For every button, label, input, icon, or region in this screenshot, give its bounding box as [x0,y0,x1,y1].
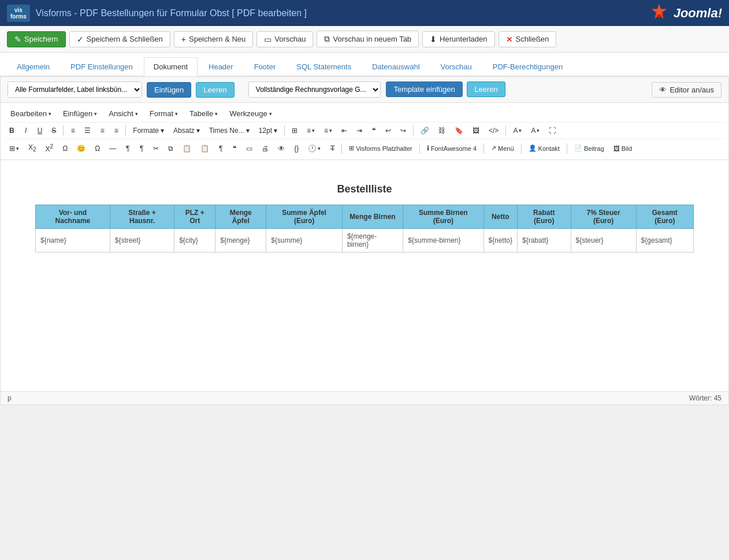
menu-insert2-button[interactable]: ↗ Menü [487,142,518,154]
editor-area[interactable]: Bestellliste Vor- und Nachname Straße + … [1,160,728,391]
paragraph-dropdown[interactable]: Absatz ▾ [169,124,204,137]
tab-dokument[interactable]: Dokument [144,57,198,76]
article-button[interactable]: 📄 Beitrag [570,142,608,154]
menu-edit[interactable]: Bearbeiten ▾ [5,107,57,120]
tab-datenauswahl[interactable]: Datenauswahl [362,57,429,76]
fontsize-dropdown[interactable]: 12pt ▾ [255,124,281,137]
remove-format-button[interactable]: T̶ [326,142,339,155]
paragraph-arrow: ▾ [196,127,200,135]
visforms-placeholder-button[interactable]: ⊞ Visforms Platzhalter [345,142,416,154]
editor-format-bar: B I U S ≡ ☰ ≡ ≡ Formate ▾ Absatz ▾ [5,122,724,139]
app-icon: vis forms [7,5,30,22]
blockquote2-button[interactable]: ❝ [228,142,241,155]
text-color-button[interactable]: A ▾ [509,124,526,137]
image-insert-button[interactable]: 🖼 Bild [609,143,636,154]
tab-footer[interactable]: Footer [244,57,286,76]
col-gesamt: Gesamt (Euro) [636,205,693,229]
editor-toolbar: Bearbeiten ▾ Einfügen ▾ Ansicht ▾ Format… [1,103,728,160]
word-count: Wörter: 45 [689,394,721,402]
template-button[interactable]: {} [290,142,303,155]
bookmark-button[interactable]: 🔖 [451,124,467,137]
close-button[interactable]: ✕ Schließen [499,31,557,47]
insert-field-button[interactable]: Einfügen [147,82,191,98]
paste-text-button[interactable]: 📋 [196,142,213,155]
editor-toggle-button[interactable]: 👁 Editor an/aus [652,82,721,98]
save-close-button[interactable]: ✓ Speichern & Schließen [69,31,170,47]
tab-allgemein[interactable]: Allgemein [7,57,59,76]
preview2-button[interactable]: 👁 [274,142,289,155]
template-insert-button[interactable]: Template einfügen [386,81,462,97]
save-new-button[interactable]: + Speichern & Neu [174,31,253,47]
pilcrow-button[interactable]: ¶ [214,142,227,155]
contact-button[interactable]: 👤 Kontakt [525,142,564,154]
ordered-list-button[interactable]: ≡ ▾ [320,124,336,137]
preview-tab-button[interactable]: ⧉ Vorschau in neuem Tab [317,31,419,47]
indent-button[interactable]: ⇥ [352,124,366,137]
unlink-button[interactable]: ⛓ [434,124,449,137]
media-button[interactable]: ▭ [242,142,256,155]
strikethrough-button[interactable]: S [47,124,60,137]
print-button[interactable]: 🖨 [258,142,273,155]
image-button[interactable]: 🖼 [468,124,483,137]
menu-table[interactable]: Tabelle ▾ [184,107,223,120]
insert-bar: Alle Formularfelder, Label linksbün... E… [1,77,728,103]
template-select[interactable]: Vollständige Rechnungsvorlage G... [249,82,380,97]
char-map-button[interactable]: Ω [91,142,104,155]
copy-button[interactable]: ⧉ [164,142,177,155]
code-button[interactable]: </> [485,124,503,137]
font-arrow: ▾ [246,127,250,135]
special-char-button[interactable]: ⊞ [288,124,302,137]
font-dropdown[interactable]: Times Ne... ▾ [205,124,254,137]
menu-tools[interactable]: Werkzeuge ▾ [224,107,277,120]
tabs: Allgemein PDF Einstellungen Dokument Hea… [0,53,729,76]
topbar-left: vis forms Visforms - PDF Bestellungen fü… [7,5,307,22]
tab-pdf-berechtigungen[interactable]: PDF-Berechtigungen [483,57,572,76]
joomla-logo: Joomla! [648,2,722,24]
align-left-button[interactable]: ≡ [66,124,79,137]
formats-dropdown[interactable]: Formate ▾ [129,124,168,137]
download-button[interactable]: ⬇ Herunterladen [422,31,494,47]
field-select-wrapper[interactable]: Alle Formularfelder, Label linksbün... [8,81,142,98]
subscript-button[interactable]: X2 [24,141,40,155]
save-button[interactable]: ✎ Speichern [7,31,66,47]
cut-button[interactable]: ✂ [149,142,163,155]
template-clear-button[interactable]: Leeren [467,81,505,97]
field-select[interactable]: Alle Formularfelder, Label linksbün... [8,82,142,97]
smiley-button[interactable]: 😊 [73,142,90,155]
menu-insert[interactable]: Einfügen ▾ [58,107,102,120]
nonbreaking-button[interactable]: ¶ [135,142,148,155]
tab-pdf-einstellungen[interactable]: PDF Einstellungen [61,57,143,76]
clear-field-button[interactable]: Leeren [196,82,234,98]
paste-button[interactable]: 📋 [178,142,195,155]
bg-color-button[interactable]: A ▾ [527,124,544,137]
pagebreak-button[interactable]: ¶ [121,142,134,155]
hr-button[interactable]: — [105,142,120,155]
outdent-button[interactable]: ⇤ [337,124,351,137]
blockquote-button[interactable]: ❝ [367,124,380,137]
align-right-button[interactable]: ≡ [96,124,109,137]
omega-button[interactable]: Ω [58,142,72,155]
clock-button[interactable]: 🕐 ▾ [304,142,325,155]
tab-vorschau[interactable]: Vorschau [431,57,482,76]
col-netto: Netto [483,205,517,229]
table-insert-button[interactable]: ⊞ ▾ [5,142,23,155]
tab-header[interactable]: Header [199,57,243,76]
menu-format[interactable]: Format ▾ [144,107,183,120]
preview-button[interactable]: ▭ Vorschau [256,31,313,47]
cell-street: ${street} [110,229,174,253]
tab-sql-statements[interactable]: SQL Statements [287,57,361,76]
bold-button[interactable]: B [5,124,18,137]
unordered-list-button[interactable]: ≡ ▾ [303,124,319,137]
link-button[interactable]: 🔗 [416,124,433,137]
italic-button[interactable]: I [20,124,32,137]
underline-button[interactable]: U [34,124,47,137]
undo-button[interactable]: ↩ [381,124,395,137]
superscript-button[interactable]: X2 [42,141,58,155]
fullscreen-button[interactable]: ⛶ [545,124,560,137]
align-justify-button[interactable]: ≡ [110,124,122,137]
redo-button[interactable]: ↪ [396,124,410,137]
menu-view[interactable]: Ansicht ▾ [103,107,143,120]
align-center-button[interactable]: ☰ [80,124,95,137]
template-select-wrapper[interactable]: Vollständige Rechnungsvorlage G... [248,81,381,98]
fontawesome-button[interactable]: ℹ FontAwesome 4 [423,142,481,154]
